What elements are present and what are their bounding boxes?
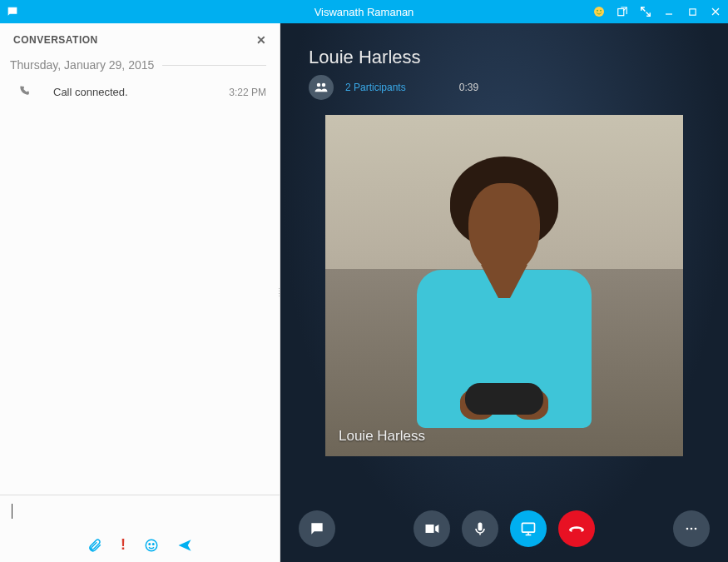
conversation-input-area: ! <box>0 495 280 562</box>
close-icon[interactable] <box>708 4 723 19</box>
call-panel: Louie Harless 2 Participants 0:39 <box>280 23 728 562</box>
call-controls-center <box>414 510 595 547</box>
video-caption: Louie Harless <box>339 428 425 445</box>
conversation-entry: Call connected. 3:22 PM <box>0 77 280 107</box>
svg-rect-13 <box>478 523 483 531</box>
conversation-panel: CONVERSATION ✕ Thursday, January 29, 201… <box>0 23 280 562</box>
video-frame[interactable]: Louie Harless <box>325 115 683 456</box>
svg-point-11 <box>317 83 321 87</box>
svg-point-19 <box>695 528 697 530</box>
call-controls <box>280 510 728 547</box>
participants-link[interactable]: 2 Participants <box>345 82 406 93</box>
message-toolbar: ! <box>0 530 280 562</box>
svg-rect-5 <box>689 8 695 14</box>
svg-point-0 <box>594 7 604 17</box>
svg-point-2 <box>600 10 602 12</box>
hangup-button[interactable] <box>558 510 595 547</box>
titlebar: Viswanath Ramanan <box>0 0 728 23</box>
send-button[interactable] <box>177 536 192 554</box>
microphone-button[interactable] <box>462 510 498 547</box>
call-timer: 0:39 <box>459 82 478 93</box>
emoji-icon[interactable] <box>592 4 607 19</box>
attachment-button[interactable] <box>87 536 102 554</box>
svg-rect-14 <box>522 523 535 532</box>
svg-point-8 <box>146 540 157 551</box>
call-meta-row: 2 Participants 0:39 <box>309 75 728 100</box>
text-cursor <box>12 504 12 519</box>
popout-icon[interactable] <box>615 4 630 19</box>
svg-point-10 <box>153 543 155 545</box>
priority-button[interactable]: ! <box>121 536 126 554</box>
call-header: Louie Harless 2 Participants 0:39 <box>280 23 728 100</box>
svg-point-12 <box>322 83 326 87</box>
svg-rect-3 <box>618 9 624 16</box>
conversation-entry-time: 3:22 PM <box>229 87 266 98</box>
conversation-date: Thursday, January 29, 2015 <box>10 58 154 72</box>
phone-icon <box>18 85 30 99</box>
call-contact-name: Louie Harless <box>309 47 728 68</box>
svg-point-17 <box>686 528 689 530</box>
svg-point-9 <box>149 543 151 545</box>
message-input[interactable] <box>0 495 280 530</box>
conversation-close-button[interactable]: ✕ <box>256 33 266 47</box>
conversation-header-title: CONVERSATION <box>13 34 98 46</box>
present-screen-button[interactable] <box>510 510 547 547</box>
more-button[interactable] <box>673 510 710 547</box>
video-person <box>409 157 600 456</box>
emoji-button[interactable] <box>144 536 159 554</box>
fullscreen-icon[interactable] <box>638 4 653 19</box>
minimize-icon[interactable] <box>661 4 676 19</box>
titlebar-controls <box>592 4 723 19</box>
conversation-header: CONVERSATION ✕ <box>0 23 280 53</box>
participants-icon[interactable] <box>309 75 334 100</box>
divider <box>162 65 266 66</box>
app-chat-icon <box>5 4 20 19</box>
im-button[interactable] <box>299 510 335 547</box>
maximize-icon[interactable] <box>685 4 700 19</box>
main-area: CONVERSATION ✕ Thursday, January 29, 201… <box>0 23 728 562</box>
conversation-date-row: Thursday, January 29, 2015 <box>0 53 280 77</box>
conversation-entry-text: Call connected. <box>53 86 128 98</box>
svg-point-18 <box>691 528 693 530</box>
video-camera-button[interactable] <box>414 510 450 547</box>
svg-point-1 <box>597 10 598 12</box>
